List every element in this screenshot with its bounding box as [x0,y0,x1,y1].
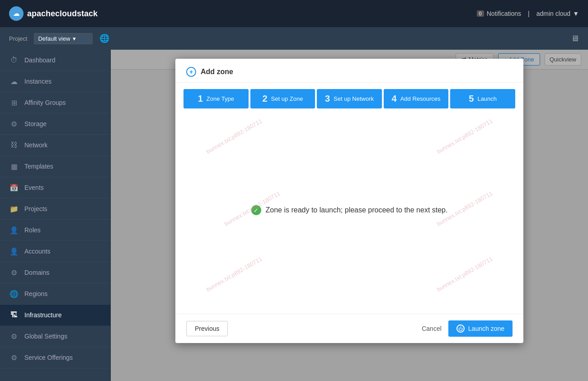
service-offerings-icon: ⚙ [9,353,19,362]
dashboard-icon: ⏱ [9,55,19,65]
admin-menu-button[interactable]: admin cloud ▼ [536,10,579,17]
notifications-button[interactable]: 0 Notifications [477,10,521,17]
sidebar-item-regions[interactable]: 🌐 Regions [0,283,110,305]
templates-icon: ▦ [9,161,19,171]
ready-message: ✓ Zone is ready to launch; please procee… [186,205,513,215]
sidebar-item-network[interactable]: ⛓ Network [0,135,110,156]
watermark-2: bunnex.txt:p892-180711 [435,118,494,155]
project-label: Project [9,35,27,42]
network-icon: ⛓ [9,140,19,150]
project-dropdown-icon: ▾ [73,35,76,42]
sidebar-item-accounts[interactable]: 👤 Accounts [0,241,110,262]
project-bar-right: 🖥 [571,34,579,43]
sidebar: ⏱ Dashboard ☁ Instances ⊞ Affinity Group… [0,50,111,381]
step-2-num: 2 [262,94,267,104]
steps-bar: 1 Zone Type 2 Set up Zone 3 Set up Netwo… [175,83,523,115]
project-value: Default view [38,35,70,42]
modal-header: + Add zone [175,59,523,83]
watermark-1: bunnex.txt:p892-180711 [205,118,263,155]
sidebar-item-label: Domains [24,269,49,276]
sidebar-item-label: Global Settings [24,333,67,340]
step-5-num: 5 [469,94,474,104]
launch-label: Launch zone [468,325,504,332]
global-settings-icon: ⚙ [9,331,19,341]
admin-dropdown-icon: ▼ [573,10,579,17]
step-3-button[interactable]: 3 Set up Network [317,89,382,108]
step-5-button[interactable]: 5 Launch [450,89,515,108]
roles-icon: 👤 [9,225,19,235]
projects-icon: 📁 [9,204,19,214]
project-select[interactable]: Default view ▾ [34,33,93,44]
admin-label: admin cloud [536,10,571,17]
sidebar-item-storage[interactable]: ⚙ Storage [0,113,110,135]
sidebar-item-dashboard[interactable]: ⏱ Dashboard [0,50,110,71]
previous-button[interactable]: Previous [186,321,228,336]
modal-overlay: + Add zone 1 Zone Type 2 Set up Zone [111,50,588,381]
accounts-icon: 👤 [9,246,19,256]
sidebar-item-projects[interactable]: 📁 Projects [0,198,110,220]
sidebar-item-label: Templates [24,163,53,170]
step-1-label: Zone Type [207,95,234,102]
modal-footer: Previous Cancel ⏻ Launch zone [175,314,523,343]
sidebar-item-label: Events [24,184,44,191]
step-4-num: 4 [392,94,397,104]
affinity-icon: ⊞ [9,98,19,108]
notifications-badge: 0 [477,10,484,17]
storage-icon: ⚙ [9,119,19,129]
main-content: ⇄ Metrics + Add Zone Quickview + Add zon… [111,50,588,381]
nav-separator: | [528,10,530,17]
sidebar-item-label: Regions [24,290,47,297]
sidebar-item-label: Dashboard [24,56,56,64]
modal-title: Add zone [201,68,233,76]
step-5-label: Launch [477,95,497,102]
brand-name: apachecloudstack [27,9,98,19]
events-icon: 📅 [9,183,19,193]
sidebar-item-service-offerings[interactable]: ⚙ Service Offerings [0,347,110,368]
brand: ☁ apachecloudstack [9,6,98,21]
watermark-5: bunnex.txt:p892-180711 [205,255,263,293]
layout: ⏱ Dashboard ☁ Instances ⊞ Affinity Group… [0,50,588,381]
instances-icon: ☁ [9,76,19,86]
domains-icon: ⚙ [9,268,19,278]
project-bar: Project Default view ▾ 🌐 🖥 [0,27,588,50]
sidebar-item-label: Network [24,141,47,149]
sidebar-item-affinity-groups[interactable]: ⊞ Affinity Groups [0,92,110,113]
plus-icon: + [189,68,193,75]
modal-header-icon: + [186,67,196,77]
sidebar-item-domains[interactable]: ⚙ Domains [0,262,110,283]
monitor-icon[interactable]: 🖥 [571,34,579,43]
power-icon: ⏻ [456,325,465,333]
notifications-label: Notifications [487,10,521,17]
sidebar-item-label: Storage [24,120,47,127]
sidebar-item-label: Service Offerings [24,354,73,361]
ready-text: Zone is ready to launch; please proceed … [266,206,448,214]
globe-icon[interactable]: 🌐 [99,33,109,43]
infrastructure-icon: 🏗 [9,310,19,320]
navbar-right: 0 Notifications | admin cloud ▼ [477,10,579,17]
navbar: ☁ apachecloudstack 0 Notifications | adm… [0,0,588,27]
sidebar-item-infrastructure[interactable]: 🏗 Infrastructure [0,305,110,326]
regions-icon: 🌐 [9,289,19,299]
step-2-button[interactable]: 2 Set up Zone [250,89,315,108]
watermark-6: bunnex.txt:p892-180711 [435,255,494,293]
sidebar-item-label: Projects [24,205,47,212]
sidebar-item-label: Instances [24,78,52,85]
step-1-button[interactable]: 1 Zone Type [183,89,249,108]
sidebar-item-label: Infrastructure [24,311,61,319]
step-2-label: Set up Zone [271,95,303,102]
step-4-button[interactable]: 4 Add Resources [384,89,449,108]
step-1-num: 1 [198,94,203,104]
modal-body: bunnex.txt:p892-180711 bunnex.txt:p892-1… [175,115,523,314]
footer-right: Cancel ⏻ Launch zone [422,320,513,337]
cancel-button[interactable]: Cancel [422,325,442,332]
step-4-label: Add Resources [400,95,441,102]
sidebar-item-global-settings[interactable]: ⚙ Global Settings [0,326,110,347]
add-zone-modal: + Add zone 1 Zone Type 2 Set up Zone [175,59,523,343]
sidebar-item-instances[interactable]: ☁ Instances [0,71,110,92]
check-icon: ✓ [251,205,261,215]
sidebar-item-events[interactable]: 📅 Events [0,177,110,198]
sidebar-item-templates[interactable]: ▦ Templates [0,156,110,177]
step-3-label: Set up Network [334,95,374,102]
sidebar-item-roles[interactable]: 👤 Roles [0,220,110,241]
launch-zone-button[interactable]: ⏻ Launch zone [448,320,513,337]
